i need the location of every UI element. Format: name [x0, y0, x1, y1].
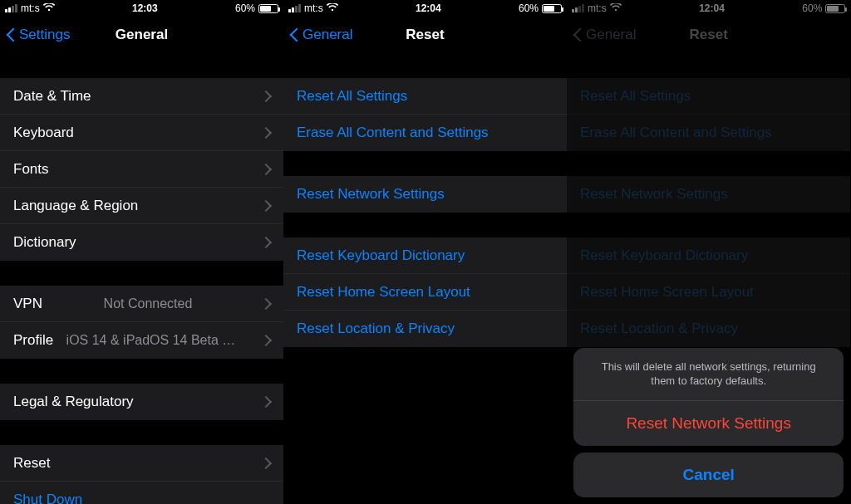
nav-bar: General Reset	[567, 17, 850, 53]
status-time: 12:04	[699, 2, 725, 14]
row-reset-all-settings: Reset All Settings	[567, 78, 850, 115]
chevron-right-icon	[262, 125, 270, 141]
nav-bar: General Reset	[283, 17, 567, 53]
row-label: Language & Region	[13, 198, 138, 214]
chevron-right-icon	[262, 455, 270, 472]
chevron-right-icon	[262, 234, 270, 251]
row-label: VPN	[13, 296, 42, 312]
row-label: Reset All Settings	[297, 88, 407, 105]
row-detail: Not Connected	[104, 296, 201, 311]
chevron-right-icon	[262, 394, 270, 410]
row-label: Dictionary	[13, 234, 76, 251]
row-erase-all[interactable]: Erase All Content and Settings	[283, 115, 567, 151]
row-label: Reset Keyboard Dictionary	[297, 247, 465, 264]
group-datetime: Date & Time Keyboard Fonts Language & Re…	[0, 78, 283, 261]
wifi-icon	[43, 3, 55, 13]
status-bar: mt:s 12:03 60%	[0, 0, 283, 17]
row-label: Keyboard	[13, 125, 74, 141]
content: Date & Time Keyboard Fonts Language & Re…	[0, 53, 283, 504]
row-label: Reset Network Settings	[297, 186, 445, 203]
status-time: 12:04	[416, 2, 441, 14]
carrier-label: mt:s	[304, 2, 323, 14]
row-label: Reset	[13, 455, 50, 472]
row-reset-network[interactable]: Reset Network Settings	[283, 176, 567, 213]
battery-icon	[825, 4, 845, 13]
content: Reset All Settings Erase All Content and…	[283, 53, 567, 504]
signal-icon	[572, 4, 584, 12]
back-button: General	[573, 27, 636, 43]
row-reset-location-privacy[interactable]: Reset Location & Privacy	[283, 311, 567, 347]
group-reset-network: Reset Network Settings	[567, 176, 850, 213]
back-button[interactable]: General	[290, 27, 352, 43]
screen-reset: mt:s 12:04 60% General Reset Reset All S…	[283, 0, 567, 504]
chevron-right-icon	[262, 332, 270, 349]
carrier-label: mt:s	[21, 2, 40, 14]
chevron-left-icon	[290, 27, 300, 43]
row-erase-all: Erase All Content and Settings	[567, 115, 850, 151]
group-legal: Legal & Regulatory	[0, 384, 283, 420]
battery-pct: 60%	[519, 2, 539, 14]
row-reset-location-privacy: Reset Location & Privacy	[567, 311, 850, 347]
row-dictionary[interactable]: Dictionary	[0, 224, 283, 261]
battery-pct: 60%	[235, 2, 255, 14]
chevron-right-icon	[262, 88, 270, 105]
row-label: Reset Network Settings	[580, 186, 728, 203]
row-label: Reset Home Screen Layout	[580, 284, 754, 301]
row-fonts[interactable]: Fonts	[0, 151, 283, 188]
action-sheet-cancel-group: Cancel	[573, 453, 844, 497]
battery-pct: 60%	[802, 2, 822, 14]
row-shut-down[interactable]: Shut Down	[0, 482, 283, 504]
action-sheet-main: This will delete all network settings, r…	[573, 348, 844, 446]
group-reset-misc: Reset Keyboard Dictionary Reset Home Scr…	[283, 237, 567, 347]
group-reset: Reset Shut Down	[0, 445, 283, 504]
row-label: Shut Down	[13, 492, 82, 504]
status-bar: mt:s 12:04 60%	[567, 0, 850, 17]
row-label: Erase All Content and Settings	[297, 125, 489, 141]
row-keyboard[interactable]: Keyboard	[0, 115, 283, 151]
row-detail: iOS 14 & iPadOS 14 Beta Softwar…	[66, 333, 249, 348]
row-label: Legal & Regulatory	[13, 394, 134, 410]
action-sheet-message: This will delete all network settings, r…	[573, 348, 844, 401]
row-label: Reset Home Screen Layout	[297, 284, 470, 301]
row-reset-all-settings[interactable]: Reset All Settings	[283, 78, 567, 115]
group-reset-network: Reset Network Settings	[283, 176, 567, 213]
row-legal[interactable]: Legal & Regulatory	[0, 384, 283, 420]
chevron-left-icon	[573, 27, 583, 43]
row-label: Reset Location & Privacy	[580, 321, 738, 337]
signal-icon	[288, 4, 301, 12]
row-reset[interactable]: Reset	[0, 445, 283, 482]
chevron-right-icon	[262, 198, 270, 214]
row-label: Reset Keyboard Dictionary	[580, 247, 748, 264]
battery-icon	[258, 4, 278, 13]
row-language-region[interactable]: Language & Region	[0, 188, 283, 224]
group-reset-all: Reset All Settings Erase All Content and…	[567, 78, 850, 151]
chevron-right-icon	[262, 296, 270, 312]
row-label: Fonts	[13, 161, 49, 178]
screen-reset-confirm: mt:s 12:04 60% General Reset Reset All S…	[567, 0, 850, 504]
row-reset-keyboard-dict[interactable]: Reset Keyboard Dictionary	[283, 237, 567, 274]
row-date-time[interactable]: Date & Time	[0, 78, 283, 115]
row-reset-home-layout[interactable]: Reset Home Screen Layout	[283, 274, 567, 311]
row-profile[interactable]: Profile iOS 14 & iPadOS 14 Beta Softwar…	[0, 322, 283, 359]
back-button[interactable]: Settings	[7, 27, 70, 43]
row-label: Reset All Settings	[580, 88, 691, 105]
wifi-icon	[610, 3, 622, 13]
row-label: Profile	[13, 332, 53, 349]
action-sheet: This will delete all network settings, r…	[573, 348, 844, 497]
group-reset-all: Reset All Settings Erase All Content and…	[283, 78, 567, 151]
battery-icon	[542, 4, 562, 13]
cancel-button[interactable]: Cancel	[573, 453, 844, 497]
group-reset-misc: Reset Keyboard Dictionary Reset Home Scr…	[567, 237, 850, 347]
reset-network-confirm-button[interactable]: Reset Network Settings	[573, 401, 844, 446]
row-reset-network: Reset Network Settings	[567, 176, 850, 213]
row-label: Erase All Content and Settings	[580, 125, 772, 141]
row-reset-home-layout: Reset Home Screen Layout	[567, 274, 850, 311]
status-bar: mt:s 12:04 60%	[283, 0, 567, 17]
row-label: Date & Time	[13, 88, 91, 105]
row-vpn[interactable]: VPN Not Connected	[0, 286, 283, 322]
carrier-label: mt:s	[588, 2, 607, 14]
signal-icon	[5, 4, 17, 12]
row-label: Reset Location & Privacy	[297, 321, 455, 337]
screen-general: mt:s 12:03 60% Settings General Date & T…	[0, 0, 283, 504]
chevron-right-icon	[262, 161, 270, 178]
